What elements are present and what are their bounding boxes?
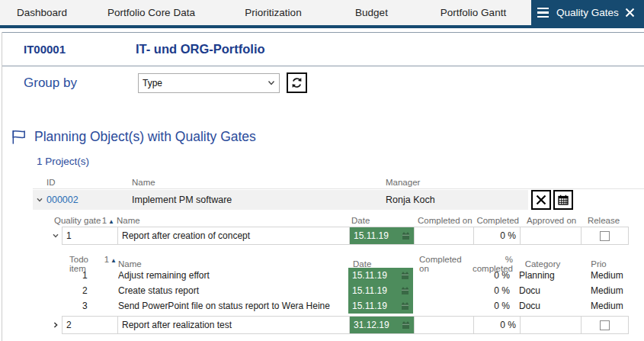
todo-date: 15.11.19 bbox=[352, 301, 387, 311]
tab-label: Portfolio Core Data bbox=[107, 7, 195, 18]
chevron-right-icon[interactable] bbox=[50, 316, 62, 334]
gate-number: 2 bbox=[62, 317, 117, 333]
sort-ascending-triangle: ▲ bbox=[111, 257, 117, 264]
gate-name: Report after realization test bbox=[117, 317, 349, 333]
section-header: Planning Object(s) with Quality Gates bbox=[2, 127, 644, 146]
gate-table-header: Quality gate 1▲ Name Date Completed on C… bbox=[50, 214, 644, 227]
chevron-down-icon[interactable] bbox=[50, 227, 62, 245]
todo-name: Send PowerPoint file on status report to… bbox=[118, 298, 348, 314]
todo-row: 1 Adjust remaining effort 15.11.19 0 % P… bbox=[67, 268, 644, 283]
project-row-wrap: 000002 Implement PM software Ronja Koch bbox=[33, 190, 644, 210]
todo-category: Docu bbox=[513, 283, 572, 298]
col-header-name: Name bbox=[132, 178, 386, 187]
todo-completed-on bbox=[413, 268, 471, 283]
tab-quality-gates[interactable]: Quality Gates bbox=[531, 0, 644, 25]
gate-number: 1 bbox=[62, 227, 117, 244]
todo-pct: 0 % bbox=[471, 298, 513, 314]
todo-name: Create status report bbox=[118, 283, 348, 298]
hamburger-menu-icon[interactable] bbox=[537, 8, 549, 18]
gate-completed-on bbox=[414, 317, 473, 333]
todo-date-cell[interactable]: 15.11.19 bbox=[348, 268, 413, 283]
sort-ascending-triangle: ▲ bbox=[108, 218, 114, 225]
refresh-button[interactable] bbox=[287, 72, 307, 93]
tab-label: Portfolio Gantt bbox=[441, 7, 506, 18]
todo-completed-on bbox=[413, 283, 471, 298]
content-panel: IT00001 IT- und ORG-Portfolio Group by T… bbox=[2, 32, 644, 341]
col-header-completed: Completed bbox=[473, 216, 519, 225]
project-count: 1 Project(s) bbox=[2, 156, 644, 168]
tab-label: Budget bbox=[355, 7, 388, 18]
todo-pct: 0 % bbox=[471, 283, 513, 298]
todo-number: 1 bbox=[67, 268, 118, 283]
quality-gate-row: 1 Report after creation of concept 15.11… bbox=[50, 227, 644, 245]
chevron-down-icon[interactable] bbox=[33, 196, 46, 204]
app-window: Dashboard Portfolio Core Data Prioritiza… bbox=[0, 0, 644, 341]
calendar-icon bbox=[401, 272, 409, 280]
gate-completed-on bbox=[414, 227, 473, 244]
calendar-icon bbox=[401, 302, 409, 310]
todo-row: 2 Create status report 15.11.19 0 % Docu… bbox=[67, 283, 644, 298]
gate-date-cell[interactable]: 15.11.19 bbox=[349, 227, 414, 244]
gate-date: 31.12.19 bbox=[354, 320, 389, 330]
tab-dashboard[interactable]: Dashboard bbox=[0, 0, 84, 25]
gate-name: Report after creation of concept bbox=[117, 227, 349, 244]
todo-pct: 0 % bbox=[471, 268, 513, 283]
tab-prioritization[interactable]: Prioritization bbox=[219, 0, 328, 25]
release-checkbox[interactable] bbox=[600, 231, 610, 241]
close-icon[interactable] bbox=[625, 8, 635, 18]
col-header-id: ID bbox=[33, 178, 132, 187]
todo-completed-on bbox=[413, 298, 471, 314]
quality-gate-row: 2 Report after realization test 31.12.19… bbox=[50, 316, 644, 334]
group-by-label: Group by bbox=[24, 76, 138, 91]
tab-portfolio-core-data[interactable]: Portfolio Core Data bbox=[84, 0, 219, 25]
section-heading: Planning Object(s) with Quality Gates bbox=[34, 129, 256, 145]
gate-date: 15.11.19 bbox=[354, 230, 389, 241]
release-checkbox[interactable] bbox=[600, 320, 610, 330]
todo-prio: Medium bbox=[572, 268, 625, 283]
todo-category: Planning bbox=[513, 268, 572, 283]
portfolio-title: IT- und ORG-Portfolio bbox=[136, 42, 265, 56]
gate-approved-on bbox=[520, 227, 581, 244]
portfolio-header: IT00001 IT- und ORG-Portfolio bbox=[2, 32, 644, 66]
flag-icon bbox=[10, 128, 27, 146]
project-table: ID Name Manager 000002 Implement PM soft… bbox=[33, 176, 644, 210]
calendar-icon bbox=[402, 232, 410, 240]
refresh-icon bbox=[290, 76, 303, 89]
col-header-date: Date bbox=[348, 216, 413, 225]
col-header-manager: Manager bbox=[386, 178, 530, 187]
todo-date: 15.11.19 bbox=[352, 270, 387, 281]
col-header-name: Name bbox=[117, 216, 348, 225]
tab-label: Prioritization bbox=[245, 7, 301, 18]
gate-approved-on bbox=[520, 317, 581, 333]
group-by-row: Group by Type bbox=[2, 72, 644, 93]
todo-date-cell[interactable]: 15.11.19 bbox=[348, 283, 413, 298]
todo-row: 3 Send PowerPoint file on status report … bbox=[67, 298, 644, 314]
portfolio-code: IT00001 bbox=[24, 43, 136, 56]
todo-table-header: Todo item 1▲ Name Date Completed on % co… bbox=[67, 255, 644, 268]
col-header-completed-on: Completed on bbox=[413, 216, 473, 225]
gate-date-cell[interactable]: 31.12.19 bbox=[349, 317, 414, 333]
gate-completed-pct: 0 % bbox=[473, 317, 520, 333]
tab-label: Dashboard bbox=[17, 7, 67, 18]
tab-label: Quality Gates bbox=[556, 7, 619, 18]
project-name: Implement PM software bbox=[132, 195, 386, 205]
gate-completed-pct: 0 % bbox=[473, 227, 520, 244]
col-header-quality-gate: Quality gate bbox=[54, 216, 101, 225]
todo-prio: Medium bbox=[572, 298, 625, 314]
calendar-icon bbox=[401, 287, 409, 295]
todo-category: Docu bbox=[513, 298, 572, 314]
project-table-header: ID Name Manager bbox=[33, 176, 644, 189]
project-manager: Ronja Koch bbox=[386, 195, 435, 205]
tab-portfolio-gantt[interactable]: Portfolio Gantt bbox=[415, 0, 531, 25]
project-row[interactable]: 000002 Implement PM software Ronja Koch bbox=[33, 190, 528, 210]
col-header-release: Release bbox=[580, 216, 627, 225]
calendar-icon bbox=[402, 321, 410, 330]
delete-button[interactable] bbox=[531, 190, 551, 210]
group-by-select[interactable]: Type bbox=[138, 73, 280, 93]
todo-date-cell[interactable]: 15.11.19 bbox=[348, 298, 413, 314]
sort-indicator[interactable]: 1▲ bbox=[102, 216, 114, 225]
tab-budget[interactable]: Budget bbox=[328, 0, 415, 25]
project-id-link[interactable]: 000002 bbox=[46, 195, 132, 205]
calendar-button[interactable] bbox=[553, 190, 573, 210]
group-by-select-wrap: Type bbox=[138, 73, 280, 93]
